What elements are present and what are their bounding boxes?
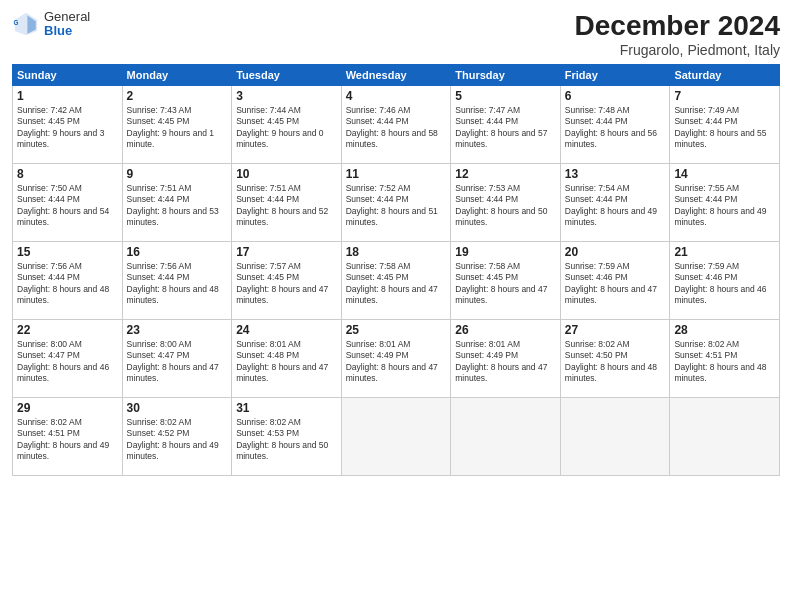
day-info: Sunrise: 8:02 AMSunset: 4:52 PMDaylight:… <box>127 417 219 461</box>
calendar-cell: 22 Sunrise: 8:00 AMSunset: 4:47 PMDaylig… <box>13 320 123 398</box>
col-monday: Monday <box>122 65 232 86</box>
day-number: 25 <box>346 323 447 337</box>
calendar-cell: 29 Sunrise: 8:02 AMSunset: 4:51 PMDaylig… <box>13 398 123 476</box>
calendar-week-row: 15 Sunrise: 7:56 AMSunset: 4:44 PMDaylig… <box>13 242 780 320</box>
day-number: 13 <box>565 167 666 181</box>
calendar-cell: 19 Sunrise: 7:58 AMSunset: 4:45 PMDaylig… <box>451 242 561 320</box>
calendar-cell: 25 Sunrise: 8:01 AMSunset: 4:49 PMDaylig… <box>341 320 451 398</box>
day-info: Sunrise: 8:01 AMSunset: 4:48 PMDaylight:… <box>236 339 328 383</box>
day-info: Sunrise: 8:02 AMSunset: 4:50 PMDaylight:… <box>565 339 657 383</box>
logo-general: General <box>44 10 90 24</box>
calendar-cell <box>341 398 451 476</box>
day-info: Sunrise: 8:02 AMSunset: 4:51 PMDaylight:… <box>17 417 109 461</box>
day-number: 20 <box>565 245 666 259</box>
calendar-cell: 13 Sunrise: 7:54 AMSunset: 4:44 PMDaylig… <box>560 164 670 242</box>
day-info: Sunrise: 8:02 AMSunset: 4:53 PMDaylight:… <box>236 417 328 461</box>
day-info: Sunrise: 7:56 AMSunset: 4:44 PMDaylight:… <box>17 261 109 305</box>
calendar-cell: 30 Sunrise: 8:02 AMSunset: 4:52 PMDaylig… <box>122 398 232 476</box>
day-number: 28 <box>674 323 775 337</box>
day-number: 23 <box>127 323 228 337</box>
day-number: 10 <box>236 167 337 181</box>
day-info: Sunrise: 7:53 AMSunset: 4:44 PMDaylight:… <box>455 183 547 227</box>
calendar-week-row: 29 Sunrise: 8:02 AMSunset: 4:51 PMDaylig… <box>13 398 780 476</box>
calendar-cell: 7 Sunrise: 7:49 AMSunset: 4:44 PMDayligh… <box>670 86 780 164</box>
day-number: 11 <box>346 167 447 181</box>
day-info: Sunrise: 8:01 AMSunset: 4:49 PMDaylight:… <box>346 339 438 383</box>
day-info: Sunrise: 7:54 AMSunset: 4:44 PMDaylight:… <box>565 183 657 227</box>
day-info: Sunrise: 7:59 AMSunset: 4:46 PMDaylight:… <box>565 261 657 305</box>
col-friday: Friday <box>560 65 670 86</box>
title-area: December 2024 Frugarolo, Piedmont, Italy <box>575 10 780 58</box>
logo-blue: Blue <box>44 24 90 38</box>
logo-icon: G <box>12 10 40 38</box>
day-number: 26 <box>455 323 556 337</box>
subtitle: Frugarolo, Piedmont, Italy <box>575 42 780 58</box>
day-info: Sunrise: 7:42 AMSunset: 4:45 PMDaylight:… <box>17 105 104 149</box>
calendar-cell: 20 Sunrise: 7:59 AMSunset: 4:46 PMDaylig… <box>560 242 670 320</box>
day-info: Sunrise: 7:48 AMSunset: 4:44 PMDaylight:… <box>565 105 657 149</box>
calendar-cell <box>670 398 780 476</box>
day-info: Sunrise: 7:52 AMSunset: 4:44 PMDaylight:… <box>346 183 438 227</box>
day-info: Sunrise: 7:44 AMSunset: 4:45 PMDaylight:… <box>236 105 323 149</box>
calendar-cell: 1 Sunrise: 7:42 AMSunset: 4:45 PMDayligh… <box>13 86 123 164</box>
col-sunday: Sunday <box>13 65 123 86</box>
day-info: Sunrise: 7:55 AMSunset: 4:44 PMDaylight:… <box>674 183 766 227</box>
day-info: Sunrise: 7:43 AMSunset: 4:45 PMDaylight:… <box>127 105 214 149</box>
calendar-cell: 17 Sunrise: 7:57 AMSunset: 4:45 PMDaylig… <box>232 242 342 320</box>
day-info: Sunrise: 7:46 AMSunset: 4:44 PMDaylight:… <box>346 105 438 149</box>
day-info: Sunrise: 7:59 AMSunset: 4:46 PMDaylight:… <box>674 261 766 305</box>
day-number: 8 <box>17 167 118 181</box>
calendar-cell: 6 Sunrise: 7:48 AMSunset: 4:44 PMDayligh… <box>560 86 670 164</box>
day-number: 31 <box>236 401 337 415</box>
logo-text: General Blue <box>44 10 90 39</box>
day-number: 21 <box>674 245 775 259</box>
svg-text:G: G <box>13 20 18 27</box>
day-number: 17 <box>236 245 337 259</box>
day-number: 6 <box>565 89 666 103</box>
calendar-week-row: 22 Sunrise: 8:00 AMSunset: 4:47 PMDaylig… <box>13 320 780 398</box>
calendar-cell: 10 Sunrise: 7:51 AMSunset: 4:44 PMDaylig… <box>232 164 342 242</box>
day-info: Sunrise: 8:01 AMSunset: 4:49 PMDaylight:… <box>455 339 547 383</box>
day-number: 14 <box>674 167 775 181</box>
calendar-week-row: 1 Sunrise: 7:42 AMSunset: 4:45 PMDayligh… <box>13 86 780 164</box>
calendar-cell: 23 Sunrise: 8:00 AMSunset: 4:47 PMDaylig… <box>122 320 232 398</box>
calendar-cell <box>560 398 670 476</box>
day-number: 1 <box>17 89 118 103</box>
col-wednesday: Wednesday <box>341 65 451 86</box>
calendar-cell: 28 Sunrise: 8:02 AMSunset: 4:51 PMDaylig… <box>670 320 780 398</box>
calendar-cell: 8 Sunrise: 7:50 AMSunset: 4:44 PMDayligh… <box>13 164 123 242</box>
month-title: December 2024 <box>575 10 780 42</box>
calendar-cell: 26 Sunrise: 8:01 AMSunset: 4:49 PMDaylig… <box>451 320 561 398</box>
day-number: 15 <box>17 245 118 259</box>
day-info: Sunrise: 7:51 AMSunset: 4:44 PMDaylight:… <box>236 183 328 227</box>
calendar-cell: 11 Sunrise: 7:52 AMSunset: 4:44 PMDaylig… <box>341 164 451 242</box>
calendar-table: Sunday Monday Tuesday Wednesday Thursday… <box>12 64 780 476</box>
calendar-cell: 16 Sunrise: 7:56 AMSunset: 4:44 PMDaylig… <box>122 242 232 320</box>
day-info: Sunrise: 7:56 AMSunset: 4:44 PMDaylight:… <box>127 261 219 305</box>
calendar-cell: 12 Sunrise: 7:53 AMSunset: 4:44 PMDaylig… <box>451 164 561 242</box>
day-number: 27 <box>565 323 666 337</box>
day-number: 7 <box>674 89 775 103</box>
calendar-cell: 21 Sunrise: 7:59 AMSunset: 4:46 PMDaylig… <box>670 242 780 320</box>
calendar-cell: 14 Sunrise: 7:55 AMSunset: 4:44 PMDaylig… <box>670 164 780 242</box>
calendar-cell: 18 Sunrise: 7:58 AMSunset: 4:45 PMDaylig… <box>341 242 451 320</box>
header-row: Sunday Monday Tuesday Wednesday Thursday… <box>13 65 780 86</box>
day-number: 24 <box>236 323 337 337</box>
calendar-cell: 31 Sunrise: 8:02 AMSunset: 4:53 PMDaylig… <box>232 398 342 476</box>
day-info: Sunrise: 8:02 AMSunset: 4:51 PMDaylight:… <box>674 339 766 383</box>
day-number: 16 <box>127 245 228 259</box>
day-info: Sunrise: 8:00 AMSunset: 4:47 PMDaylight:… <box>127 339 219 383</box>
calendar-cell: 15 Sunrise: 7:56 AMSunset: 4:44 PMDaylig… <box>13 242 123 320</box>
col-tuesday: Tuesday <box>232 65 342 86</box>
calendar-cell: 3 Sunrise: 7:44 AMSunset: 4:45 PMDayligh… <box>232 86 342 164</box>
calendar-cell: 5 Sunrise: 7:47 AMSunset: 4:44 PMDayligh… <box>451 86 561 164</box>
col-saturday: Saturday <box>670 65 780 86</box>
day-number: 30 <box>127 401 228 415</box>
day-info: Sunrise: 8:00 AMSunset: 4:47 PMDaylight:… <box>17 339 109 383</box>
day-info: Sunrise: 7:50 AMSunset: 4:44 PMDaylight:… <box>17 183 109 227</box>
day-info: Sunrise: 7:49 AMSunset: 4:44 PMDaylight:… <box>674 105 766 149</box>
calendar-cell: 4 Sunrise: 7:46 AMSunset: 4:44 PMDayligh… <box>341 86 451 164</box>
header: G General Blue December 2024 Frugarolo, … <box>12 10 780 58</box>
calendar-cell <box>451 398 561 476</box>
day-number: 29 <box>17 401 118 415</box>
